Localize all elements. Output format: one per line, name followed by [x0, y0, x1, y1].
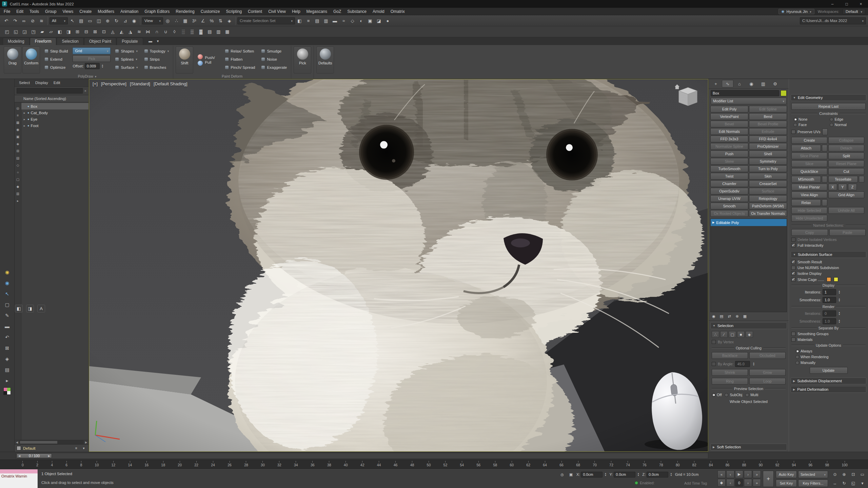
select-object-icon[interactable]: ↖ — [68, 17, 77, 25]
named-selection-button[interactable]: Paste — [829, 229, 866, 236]
paint-deform-tool-button[interactable]: Relax/ Soften — [223, 47, 257, 55]
edit-geometry-button[interactable]: Tessellate — [828, 176, 858, 183]
menu-item[interactable]: Modifiers — [95, 8, 117, 15]
menu-item[interactable]: Civil View — [265, 8, 289, 15]
isoline-display-checkbox[interactable]: Isoline Display — [791, 271, 866, 276]
show-end-result-icon[interactable]: ▤ — [718, 313, 725, 320]
modifier-button[interactable]: Chamfer — [710, 180, 748, 187]
layer-explorer-icon[interactable]: ▥ — [322, 17, 330, 25]
time-slider[interactable]: ◀ 0 / 100 ▶ — [17, 453, 52, 458]
spinner[interactable] — [837, 311, 841, 316]
update-button[interactable]: Update — [810, 367, 848, 374]
paint-deform-tool-button[interactable]: Smudge — [260, 47, 289, 55]
tool-icon[interactable]: ◱ — [12, 27, 20, 36]
modifier-button[interactable]: Push — [710, 150, 748, 157]
explorer-menu-item[interactable]: Select — [17, 80, 32, 85]
curve-editor-icon[interactable]: ≈ — [339, 17, 348, 25]
pick-grid-button[interactable]: Pick — [73, 55, 111, 62]
tag-icon[interactable]: ◧ — [15, 305, 23, 312]
menu-item[interactable]: Content — [245, 8, 265, 15]
preview-selection-radio[interactable]: Off — [712, 393, 722, 397]
spinner[interactable] — [604, 472, 607, 477]
create-tab-icon[interactable]: + — [710, 80, 722, 87]
select-and-manipulate-icon[interactable]: ∴ — [172, 17, 181, 25]
set-keys-button[interactable]: + — [763, 471, 774, 487]
display-iterations-field[interactable]: 1 — [823, 289, 836, 295]
update-option-radio[interactable]: Always — [795, 349, 866, 353]
angle-snap-icon[interactable]: ∠ — [199, 17, 207, 25]
edit-geometry-button[interactable]: QuickSlice — [791, 168, 827, 175]
tool-icon[interactable]: ▦ — [223, 27, 232, 36]
zoom-extents-icon[interactable]: ⊡ — [849, 470, 857, 479]
scroll-left-icon[interactable]: ◀ — [15, 441, 19, 444]
vertex-icon[interactable]: ∴ — [712, 331, 719, 338]
edit-geometry-button[interactable]: Reset Plane — [828, 160, 864, 167]
by-angle-field[interactable]: 45.0 — [735, 361, 750, 367]
ribbon-minimize-icon[interactable]: ▬ — [147, 38, 154, 44]
polydraw-tool-button[interactable]: Topology▾ — [143, 47, 171, 55]
culling-button[interactable]: Backface — [712, 352, 748, 359]
modifier-button[interactable]: Normalize Spline — [710, 143, 748, 150]
tool-icon[interactable]: ◮ — [126, 27, 135, 36]
tool-icon[interactable]: ◰ — [3, 27, 11, 36]
edit-geometry-button[interactable]: Collapse — [828, 137, 864, 144]
polydraw-tool-button[interactable]: Step Build — [43, 47, 70, 55]
scrollbar-thumb[interactable] — [20, 441, 57, 444]
use-nurms-checkbox[interactable]: Use NURMS Subdivision — [791, 266, 866, 270]
nav-options-icon[interactable]: ▾ — [858, 479, 867, 487]
tool-icon[interactable]: ⊞ — [73, 27, 82, 36]
modifier-button[interactable]: OpenSubdiv — [710, 188, 748, 195]
cage-color-swatch[interactable] — [827, 277, 831, 282]
polygon-icon[interactable]: ■ — [737, 331, 745, 338]
expand-icon[interactable]: ▶ — [712, 221, 714, 224]
track-bar[interactable]: 0246810121416182022242628303234363840424… — [0, 460, 868, 469]
modifier-button[interactable]: CreaseSet — [749, 180, 787, 187]
scene-object-row[interactable]: ▸ ● Cat_Body — [21, 109, 88, 116]
render-icon[interactable]: ● — [383, 17, 392, 25]
maxscript-mini-listener[interactable]: Omatrix Warnin — [0, 469, 38, 488]
edit-geometry-button[interactable]: Create — [791, 137, 827, 144]
menu-item[interactable]: Create — [76, 8, 95, 15]
repeat-last-button[interactable]: Repeat Last — [791, 103, 866, 110]
ribbon-tab[interactable]: Freeform — [30, 38, 57, 45]
modifier-button[interactable]: Bevel — [710, 121, 748, 127]
shift-tool-button[interactable]: Shift — [176, 46, 193, 74]
scene-object-row[interactable]: ▸ ● Foot — [21, 122, 88, 129]
update-option-radio[interactable]: Manually — [795, 361, 866, 365]
selection-grow-button[interactable]: Shrink — [712, 369, 748, 376]
edit-geometry-button[interactable] — [822, 176, 827, 183]
set-key-button[interactable]: Set Key — [776, 480, 797, 487]
delete-isolated-vertices-checkbox[interactable]: Delete Isolated Vertices — [791, 238, 866, 242]
close-button[interactable]: × — [854, 0, 868, 8]
polydraw-tool-button[interactable]: Branches — [143, 64, 171, 71]
tool-icon[interactable]: ⋈ — [144, 27, 152, 36]
next-key-icon[interactable]: › — [744, 479, 752, 487]
use-pivot-point-icon[interactable]: ◎ — [163, 17, 172, 25]
delete-icon[interactable]: ⊠ — [3, 344, 11, 352]
clear-search-icon[interactable]: × — [84, 89, 86, 93]
modifier-button[interactable]: Skew — [710, 158, 748, 165]
explorer-search-input[interactable] — [17, 88, 83, 94]
eraser-icon[interactable]: ▬ — [3, 322, 11, 330]
polydraw-tool-button[interactable]: Surface▾ — [114, 64, 139, 71]
expand-icon[interactable]: ▸ — [3, 377, 11, 385]
coordinate-field[interactable]: 0.0cm — [614, 472, 635, 477]
expand-icon[interactable]: ▸ — [23, 111, 26, 115]
edge-icon[interactable]: ∕ — [720, 331, 728, 338]
play-icon[interactable]: ▶ — [735, 470, 743, 478]
make-unique-icon[interactable]: ⇄ — [726, 313, 733, 320]
menu-item[interactable]: Customize — [198, 8, 223, 15]
material-editor-icon[interactable]: ◐ — [357, 17, 366, 25]
scene-explorer-toggle-icon[interactable]: ▤ — [313, 17, 321, 25]
modifier-button[interactable]: FFD 4x4x4 — [749, 136, 787, 142]
rectangular-selection-icon[interactable]: ▭ — [86, 17, 94, 25]
edit-geometry-button[interactable]: Hide Unselected — [791, 215, 827, 222]
coordinate-field[interactable]: 0.0cm — [581, 472, 603, 477]
remove-modifier-icon[interactable]: ⊗ — [734, 313, 741, 320]
explorer-filter-icon[interactable]: ◆ — [17, 185, 19, 188]
time-slider-track[interactable]: ◀ 0 / 100 ▶ — [16, 453, 708, 459]
named-selection-button[interactable]: Copy — [791, 229, 828, 236]
modifier-button[interactable]: VertexPaint — [710, 113, 748, 120]
collapsed-rollout-header[interactable]: ▶Subdivision Displacement — [791, 378, 866, 384]
menu-item[interactable]: Megascans — [303, 8, 330, 15]
